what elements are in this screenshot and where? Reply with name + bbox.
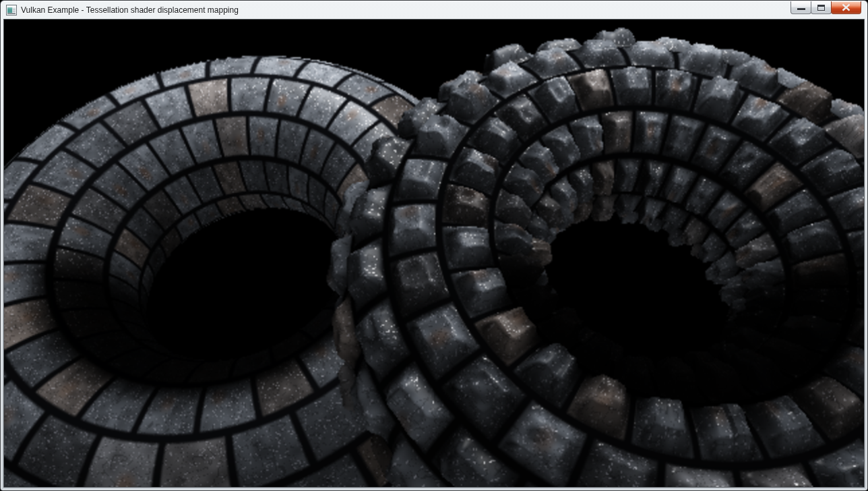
maximize-button[interactable] [811,1,832,14]
app-icon[interactable] [6,5,17,16]
render-viewport[interactable] [4,20,864,487]
minimize-icon [797,8,805,10]
close-icon [841,3,851,11]
title-bar[interactable]: Vulkan Example - Tessellation shader dis… [1,1,867,19]
render-area [3,19,865,488]
window-title: Vulkan Example - Tessellation shader dis… [21,5,239,15]
maximize-icon [817,5,825,11]
minimize-button[interactable] [790,1,811,14]
close-button[interactable] [831,1,861,14]
app-window: Vulkan Example - Tessellation shader dis… [0,0,868,491]
window-controls [791,1,861,14]
